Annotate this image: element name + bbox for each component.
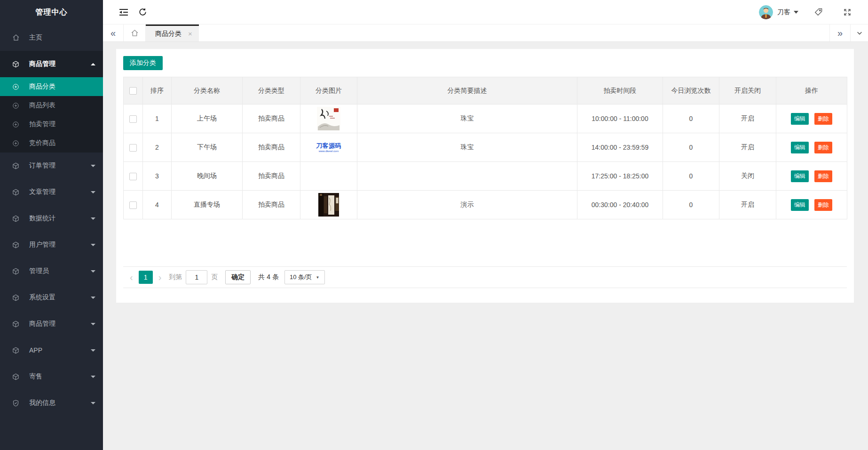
delete-button[interactable]: 删除 [814,113,832,125]
tabs-scroll-left-icon[interactable]: « [103,24,124,41]
tab-label: 商品分类 [155,30,181,38]
caret-down-icon [91,323,95,325]
goto-label: 到第 [169,273,182,281]
delete-button[interactable]: 删除 [814,142,832,153]
edit-button[interactable]: 编辑 [791,113,809,125]
sidebar-item-admins[interactable]: 管理员 [0,258,103,284]
row-checkbox[interactable] [129,201,137,209]
row-checkbox[interactable] [129,115,137,123]
col-header-image: 分类图片 [300,77,357,104]
category-image-logo: 刀客源码 www.dkewl.com [300,136,357,159]
cube-icon [12,294,20,301]
sidebar-item-label: 寄售 [29,372,42,381]
goto-page-input[interactable] [186,270,207,284]
row-checkbox[interactable] [129,144,137,152]
col-header-type: 分类类型 [243,77,300,104]
tabbar-spacer [199,24,829,41]
username[interactable]: 刀客 [777,8,790,16]
cube-icon [12,373,20,380]
delete-button[interactable]: 删除 [814,170,832,182]
cell-views: 0 [663,133,719,162]
home-icon [12,34,20,41]
cell-actions: 编辑 删除 [776,191,847,219]
user-dropdown-caret-icon[interactable] [794,11,798,14]
edit-button[interactable]: 编辑 [791,142,809,153]
sidebar-submenu: 商品分类 商品列表 拍卖管理 竞价商品 [0,77,103,153]
tab-close-icon[interactable]: × [188,30,192,38]
tabbar: « 商品分类 × » [103,24,868,42]
caret-down-icon [91,165,95,167]
edit-button[interactable]: 编辑 [791,199,809,211]
refresh-icon[interactable] [133,3,152,22]
sidebar-item-label: 拍卖管理 [29,120,55,129]
sidebar-item-label: 系统设置 [29,293,55,302]
tag-icon[interactable] [809,3,828,22]
page-unit-label: 页 [211,273,218,281]
home-tab[interactable] [124,24,146,41]
sidebar-toggle-icon[interactable] [114,3,133,22]
sidebar-item-label: 竞价商品 [29,139,55,147]
cube-icon [12,215,20,222]
plus-circle-icon [12,139,20,147]
col-header-time: 拍卖时间段 [577,77,663,104]
cube-icon [12,346,20,354]
sidebar-item-category[interactable]: 商品分类 [0,77,103,96]
page-size-select[interactable]: 10 条/页 ▼ [284,270,325,284]
next-page-icon[interactable]: › [155,273,166,282]
plus-circle-icon [12,102,20,109]
cell-desc: 珠宝 [357,133,577,162]
edit-button[interactable]: 编辑 [791,170,809,182]
cell-actions: 编辑 删除 [776,162,847,191]
sidebar-item-app[interactable]: APP [0,337,103,363]
sidebar-item-label: 数据统计 [29,214,55,223]
caret-down-icon [91,270,95,273]
sidebar-item-my-info[interactable]: 我的信息 [0,390,103,416]
sidebar-item-auction[interactable]: 拍卖管理 [0,115,103,134]
sidebar-item-label: 商品分类 [29,82,55,91]
tabs-scroll-right-icon[interactable]: » [829,24,850,41]
total-count-label: 共 4 条 [258,273,279,281]
pagination-bar: ‹ 1 › 到第 页 确定 共 4 条 10 条/页 ▼ [123,266,847,288]
table-row: 2 下午场 拍卖商品 刀客源码 www.dkewl.com [124,133,847,162]
table-row: 4 直播专场 拍卖商品 演示 00:30:00 - 20:40:00 0 [124,191,847,219]
caret-down-icon [91,217,95,220]
sidebar-item-goods-2[interactable]: 商品管理 [0,311,103,337]
sidebar-item-home[interactable]: 主页 [0,24,103,51]
add-category-button[interactable]: 添加分类 [123,56,163,70]
cell-time: 14:00:00 - 23:59:59 [577,133,663,162]
sidebar-item-label: 用户管理 [29,241,55,249]
cube-icon [12,241,20,249]
user-avatar[interactable] [759,5,773,19]
delete-button[interactable]: 删除 [814,199,832,211]
sidebar-item-bidding[interactable]: 竞价商品 [0,134,103,153]
cell-views: 0 [663,162,719,191]
row-checkbox[interactable] [129,173,137,180]
sidebar-item-statistics[interactable]: 数据统计 [0,205,103,232]
cell-time: 10:00:00 - 11:00:00 [577,104,663,133]
cell-time: 00:30:00 - 20:40:00 [577,191,663,219]
sidebar-group-goods[interactable]: 商品管理 [0,51,103,77]
tab-goods-category[interactable]: 商品分类 × [146,24,199,41]
sidebar-item-goods-list[interactable]: 商品列表 [0,96,103,115]
sidebar-item-settings[interactable]: 系统设置 [0,284,103,311]
col-header-sort: 排序 [143,77,172,104]
topbar: 刀客 [103,0,868,24]
fullscreen-icon[interactable] [838,3,857,22]
caret-down-icon [91,349,95,352]
sidebar-item-label: 商品管理 [29,60,55,68]
tabs-menu-icon[interactable] [850,24,868,41]
cell-time: 17:25:00 - 18:25:00 [577,162,663,191]
current-page-button[interactable]: 1 [139,271,153,284]
prev-page-icon[interactable]: ‹ [126,273,137,282]
plus-circle-icon [12,121,20,128]
page-size-value: 10 条/页 [290,273,312,281]
select-all-checkbox[interactable] [129,87,137,95]
cell-status: 开启 [719,104,776,133]
sidebar-item-consignment[interactable]: 寄售 [0,363,103,390]
sidebar-item-articles[interactable]: 文章管理 [0,179,103,205]
sidebar-item-users[interactable]: 用户管理 [0,232,103,258]
sidebar-item-orders[interactable]: 订单管理 [0,153,103,179]
confirm-button[interactable]: 确定 [225,270,251,284]
cube-icon [12,162,20,169]
caret-down-icon [91,244,95,246]
